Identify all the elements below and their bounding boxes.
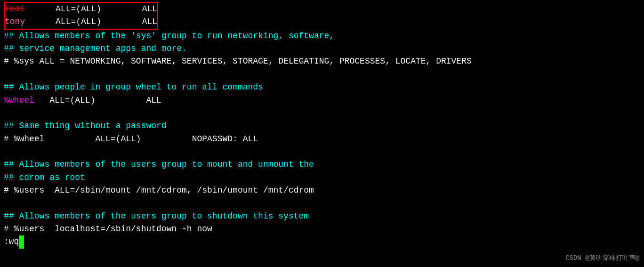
line-wheel-comment: ## Allows people in group wheel to run a… <box>4 81 640 94</box>
cursor <box>19 235 24 248</box>
line-empty4 <box>4 197 640 210</box>
line-shutdown-comment: ## Allows members of the users group to … <box>4 210 640 223</box>
root-text: root <box>5 4 25 14</box>
line-empty1 <box>4 68 640 81</box>
line-mount-comment2: ## cdrom as root <box>4 171 640 184</box>
line-tony: tony ALL=(ALL) ALL <box>5 16 157 28</box>
command-text: :wq <box>4 237 19 246</box>
line-sys-comment2: ## service management apps and more. <box>4 42 640 55</box>
line-empty3 <box>4 146 640 158</box>
wheel-group: %wheel <box>4 96 34 105</box>
terminal-window: root ALL=(ALL) ALL tony ALL=(ALL) ALL ##… <box>0 0 644 267</box>
line-nopasswd-rule: # %wheel ALL=(ALL) NOPASSWD: ALL <box>4 133 640 146</box>
line-empty2 <box>4 107 640 120</box>
line-mount-comment1: ## Allows members of the users group to … <box>4 158 640 171</box>
tony-text: tony <box>5 17 25 26</box>
line-nopasswd-comment: ## Same thing without a password <box>4 120 640 132</box>
watermark: CSDN @莫听穿林打叶声@ <box>565 253 639 263</box>
line-root: root ALL=(ALL) ALL <box>5 3 157 16</box>
line-mount-rule: # %users ALL=/sbin/mount /mnt/cdrom, /sb… <box>4 184 640 197</box>
line-wheel-rule: %wheel ALL=(ALL) ALL <box>4 94 640 107</box>
line-sys-rule: # %sys ALL = NETWORKING, SOFTWARE, SERVI… <box>4 55 640 68</box>
line-command: :wq <box>4 235 640 248</box>
line-shutdown-rule: # %users localhost=/sbin/shutdown -h now <box>4 223 640 235</box>
line-sys-comment1: ## Allows members of the 'sys' group to … <box>4 30 640 42</box>
